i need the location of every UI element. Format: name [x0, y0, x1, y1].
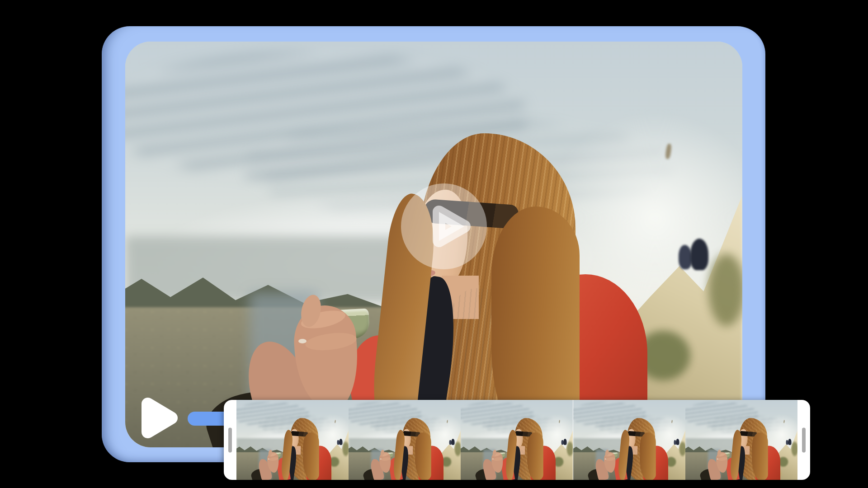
grip-icon — [228, 427, 232, 452]
video-still-scene — [236, 400, 349, 480]
hiker-silhouette — [564, 439, 567, 445]
vegetation-patch — [708, 254, 742, 326]
play-icon — [137, 394, 179, 442]
hiker-silhouette — [690, 239, 708, 270]
vegetation-patch — [567, 442, 573, 456]
woman-hair — [415, 432, 431, 480]
video-still-scene — [349, 400, 461, 480]
play-overlay-button[interactable] — [401, 183, 487, 269]
video-player-frame — [102, 26, 765, 462]
video-preview[interactable] — [125, 42, 742, 447]
filmstrip-thumbnail[interactable] — [236, 400, 349, 480]
trim-handle-left[interactable] — [224, 400, 236, 480]
editor-canvas — [0, 0, 868, 488]
woman-hair — [528, 432, 543, 480]
ring — [717, 459, 718, 460]
vegetation-patch — [455, 442, 461, 456]
hiker-silhouette — [788, 439, 791, 445]
grip-icon — [802, 427, 806, 452]
ring — [298, 339, 307, 343]
video-still-scene — [461, 400, 573, 480]
play-button[interactable] — [137, 394, 179, 442]
filmstrip-thumbnail[interactable] — [461, 400, 573, 480]
ring — [604, 459, 606, 460]
filmstrip-thumbnail[interactable] — [349, 400, 461, 480]
bird — [671, 420, 673, 423]
woman-hair — [303, 432, 319, 480]
trim-handle-right[interactable] — [797, 400, 810, 480]
vegetation-patch — [679, 442, 685, 456]
hiker-silhouette — [339, 439, 342, 445]
vegetation-patch — [791, 442, 797, 456]
filmstrip-thumbnail[interactable] — [685, 400, 797, 480]
video-still-scene — [685, 400, 797, 480]
woman-hair — [752, 432, 768, 480]
timeline-filmstrip — [224, 400, 810, 480]
ring — [268, 459, 269, 460]
hiker-silhouette — [676, 439, 679, 445]
vegetation-patch — [343, 442, 349, 456]
filmstrip-thumbnail[interactable] — [573, 400, 685, 480]
hiker-silhouette — [451, 439, 454, 445]
play-icon — [401, 183, 487, 269]
woman-hair — [640, 432, 656, 480]
filmstrip-thumbnails — [236, 400, 797, 480]
video-still-scene — [573, 400, 685, 480]
